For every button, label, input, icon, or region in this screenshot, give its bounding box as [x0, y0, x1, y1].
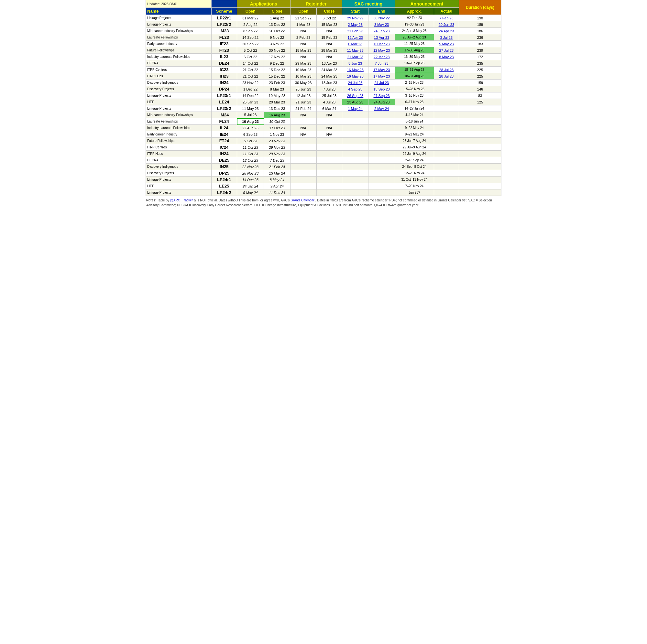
- ann-actual-cell: [434, 105, 459, 112]
- scheme-cell: FT23: [211, 47, 237, 54]
- duration-cell: [459, 118, 501, 125]
- ann-actual-cell[interactable]: 7 Feb 23: [434, 15, 459, 21]
- sac-start-cell[interactable]: 16 May 23: [342, 73, 368, 80]
- header-group-row: Updated: 2023-08-01 Applications Rejoind…: [146, 0, 501, 8]
- sac-end-cell[interactable]: 15 Sep 23: [368, 86, 395, 92]
- table-row: Laureate FellowshipsFL2416 Aug 2310 Oct …: [146, 118, 501, 125]
- ann-actual-cell[interactable]: 20 Jun 23: [434, 21, 459, 28]
- ann-actual-cell: [434, 80, 459, 86]
- app-open-cell: 9 May 24: [237, 189, 264, 196]
- sac-end-cell[interactable]: 7 Jun 23: [368, 60, 395, 67]
- arc-tracker-link[interactable]: @ARC_Tracker: [170, 198, 193, 202]
- sac-start-cell[interactable]: 5 Jun 23: [342, 60, 368, 67]
- notes-italic: italics: [330, 198, 338, 202]
- ann-actual-cell: [434, 164, 459, 170]
- ann-actual-cell[interactable]: 28 Jul 23: [434, 67, 459, 73]
- sac-end-cell[interactable]: 22 Mar 23: [368, 54, 395, 60]
- sac-start-cell[interactable]: 21 Mar 23: [342, 54, 368, 60]
- name-cell: Linkage Projects: [146, 15, 212, 21]
- app-close-cell: 21 Feb 24: [264, 164, 290, 170]
- sac-end-cell: 24 Aug 23: [368, 99, 395, 105]
- sac-start-cell[interactable]: 4 Sep 23: [342, 86, 368, 92]
- grants-calendar-link[interactable]: Grants Calendar: [290, 198, 314, 202]
- app-open-cell: 28 Nov 23: [237, 170, 264, 176]
- table-row: DECRADE2512 Oct 237 Dec 232–13 Sep 24: [146, 157, 501, 164]
- ann-approx-cell: 18–31 Aug 23: [395, 67, 434, 73]
- sac-end-cell[interactable]: 2 May 24: [368, 105, 395, 112]
- app-open-cell: 14 Oct 22: [237, 60, 264, 67]
- ann-actual-cell: [434, 138, 459, 144]
- scheme-cell: IH24: [211, 151, 237, 157]
- ann-actual-cell[interactable]: 8 May 23: [434, 54, 459, 60]
- header-applications: Applications: [237, 0, 290, 8]
- app-close-cell: 1 Aug 22: [264, 15, 290, 21]
- rej-open-cell: [290, 183, 316, 189]
- sac-end-cell[interactable]: 17 May 23: [368, 73, 395, 80]
- app-close-cell: 9 Apr 24: [264, 183, 290, 189]
- sac-end-cell[interactable]: 17 May 23: [368, 67, 395, 73]
- scheme-cell: IH23: [211, 73, 237, 80]
- scheme-cell: DE24: [211, 60, 237, 67]
- duration-cell: [459, 131, 501, 138]
- ann-actual-cell: [434, 60, 459, 67]
- name-cell: ITRP Centres: [146, 67, 212, 73]
- ann-actual-cell: [434, 170, 459, 176]
- sac-start-cell[interactable]: 29 Nov 22: [342, 15, 368, 21]
- rej-close-cell: 28 Mar 23: [316, 47, 342, 54]
- sac-start-cell[interactable]: 26 Sep 23: [342, 92, 368, 99]
- sac-start-cell[interactable]: 21 Feb 23: [342, 28, 368, 34]
- scheme-cell: DP24: [211, 86, 237, 92]
- sac-start-cell[interactable]: 6 Mar 23: [342, 41, 368, 47]
- sac-start-cell[interactable]: 12 Apr 23: [342, 34, 368, 41]
- sac-end-cell[interactable]: 13 Apr 23: [368, 34, 395, 41]
- ann-actual-cell[interactable]: 5 May 23: [434, 41, 459, 47]
- ann-actual-cell[interactable]: 3 Jul 23: [434, 34, 459, 41]
- sac-start-cell: [342, 138, 368, 144]
- scheme-cell: LP24r2: [211, 189, 237, 196]
- sac-start-cell[interactable]: 16 May 23: [342, 67, 368, 73]
- sac-end-cell[interactable]: 12 May 23: [368, 47, 395, 54]
- duration-cell: [459, 176, 501, 183]
- app-close-cell: 29 Nov 23: [264, 144, 290, 151]
- sac-end-cell[interactable]: 24 Feb 23: [368, 28, 395, 34]
- duration-cell: 225: [459, 67, 501, 73]
- sac-start-cell: [342, 118, 368, 125]
- duration-cell: [459, 112, 501, 118]
- table-row: Laureate FellowshipsFL2314 Sep 229 Nov 2…: [146, 34, 501, 41]
- name-cell: Laureate Fellowships: [146, 34, 212, 41]
- app-open-cell: 8 Sep 22: [237, 28, 264, 34]
- rej-close-cell: [316, 183, 342, 189]
- duration-cell: [459, 183, 501, 189]
- ann-approx-cell: 31 Oct–13 Nov 24: [395, 176, 434, 183]
- sac-start-cell[interactable]: 11 May 23: [342, 47, 368, 54]
- sac-end-cell[interactable]: 30 Nov 22: [368, 15, 395, 21]
- scheme-cell: IE24: [211, 131, 237, 138]
- sac-start-cell[interactable]: 24 Jul 23: [342, 80, 368, 86]
- app-close-cell: 23 Nov 23: [264, 138, 290, 144]
- scheme-cell: IL24: [211, 125, 237, 131]
- sac-end-cell[interactable]: 24 Jul 23: [368, 80, 395, 86]
- header-ann-approx: Approx.: [395, 8, 434, 15]
- rej-close-cell: 24 Mar 23: [316, 73, 342, 80]
- sac-start-cell[interactable]: 1 May 24: [342, 105, 368, 112]
- ann-actual-cell[interactable]: 27 Jul 23: [434, 47, 459, 54]
- rej-open-cell: 21 Feb 24: [290, 105, 316, 112]
- ann-actual-cell[interactable]: 28 Jul 23: [434, 73, 459, 80]
- sac-start-cell[interactable]: 2 May 23: [342, 21, 368, 28]
- ann-approx-cell: 16–30 May 23: [395, 54, 434, 60]
- sac-end-cell[interactable]: 10 Mar 23: [368, 41, 395, 47]
- rej-open-cell: 10 Mar 23: [290, 73, 316, 80]
- name-cell: Mid-career Industry Fellowships: [146, 28, 212, 34]
- app-close-cell: 7 Dec 23: [264, 157, 290, 164]
- header-app-close: Close: [264, 8, 290, 15]
- ann-approx-cell: 6–17 Nov 23: [395, 99, 434, 105]
- notes-section: Notes: Table by @ARC_Tracker & is NOT of…: [146, 196, 501, 210]
- sac-end-cell[interactable]: 27 Sep 23: [368, 92, 395, 99]
- name-cell: DECRA: [146, 60, 212, 67]
- duration-cell: [459, 125, 501, 131]
- scheme-cell: LE24: [211, 99, 237, 105]
- app-open-cell: 6 Sep 23: [237, 131, 264, 138]
- ann-actual-cell[interactable]: 24 Apr 23: [434, 28, 459, 34]
- sac-end-cell[interactable]: 3 May 23: [368, 21, 395, 28]
- app-open-cell: 5 Oct 23: [237, 138, 264, 144]
